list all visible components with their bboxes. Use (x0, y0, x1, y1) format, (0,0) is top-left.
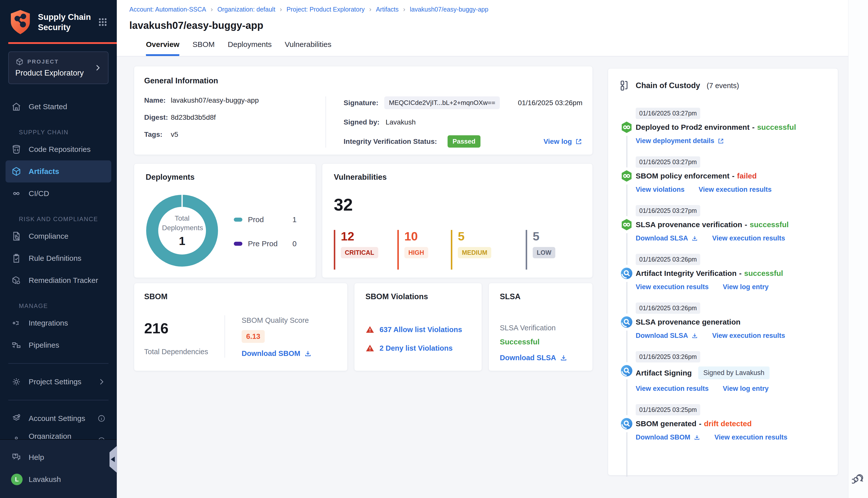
slsa-verification-label: SLSA Verification (500, 324, 581, 332)
view-execution-results-link[interactable]: View execution results (712, 332, 785, 340)
sidebar-item-cicd[interactable]: CI/CD (5, 183, 111, 205)
link-label: View log entry (723, 283, 769, 291)
sidebar-item-label: Get Started (29, 102, 67, 111)
sidebar-item-remediation-tracker[interactable]: Remediation Tracker (5, 269, 111, 291)
breadcrumb-account[interactable]: Account: Automation-SSCA (129, 6, 206, 13)
breadcrumb-project[interactable]: Project: Product Exploratory (287, 6, 365, 13)
sidebar-item-compliance[interactable]: Compliance (5, 225, 111, 247)
info-icon[interactable] (97, 414, 106, 423)
event-status: successful (744, 269, 783, 278)
breadcrumb-current[interactable]: lavakush07/easy-buggy-app (410, 6, 489, 13)
sidebar-item-project-settings[interactable]: Project Settings (5, 371, 111, 393)
deployments-legend: Prod 1 Pre Prod 0 (234, 215, 297, 248)
severity-count: 10 (404, 230, 441, 243)
collapse-arrow-icon (111, 457, 115, 462)
chevron-right-icon (93, 64, 102, 72)
download-slsa-link[interactable]: Download SLSA (636, 332, 698, 340)
project-selector[interactable]: PROJECT Product Exploratory (8, 51, 108, 84)
allow-list-violations-link[interactable]: 637 Allow list Violations (365, 325, 471, 334)
warning-triangle-icon (365, 325, 375, 334)
view-deployment-details-link[interactable]: View deployment details (636, 137, 724, 145)
custody-event: 01/16/2025 03:27pm SBOM policy enforceme… (618, 156, 828, 194)
breadcrumb-artifacts[interactable]: Artifacts (376, 6, 399, 13)
view-execution-results-link[interactable]: View execution results (714, 433, 788, 441)
sidebar-item-rule-definitions[interactable]: Rule Definitions (5, 247, 111, 269)
sidebar-item-integrations[interactable]: Integrations (5, 312, 111, 334)
sidebar-item-get-started[interactable]: Get Started (5, 96, 111, 118)
digest-label: Digest: (144, 114, 171, 121)
download-sbom-link[interactable]: Download SBOM (636, 433, 700, 441)
signature-label: Signature: (344, 99, 378, 107)
scan-magnifier-icon (618, 351, 636, 393)
severity-count: 5 (533, 230, 566, 243)
view-execution-results-link[interactable]: View execution results (636, 385, 709, 393)
sidebar-item-pipelines[interactable]: Pipelines (5, 334, 111, 356)
view-execution-results-link[interactable]: View execution results (699, 186, 772, 194)
download-slsa-link[interactable]: Download SLSA (500, 354, 581, 362)
sidebar-item-label: Project Settings (29, 378, 81, 386)
event-timestamp: 01/16/2025 03:27pm (636, 205, 700, 217)
sidebar-item-label: Artifacts (29, 167, 59, 176)
view-log-link[interactable]: View log (544, 137, 582, 146)
vulnerabilities-card: Vulnerabilities 32 12 CRITICAL 10 HIGH (322, 163, 593, 278)
page-header: Account: Automation-SSCA › Organization:… (117, 0, 868, 56)
download-sbom-link[interactable]: Download SBOM (242, 350, 312, 358)
severity-medium: 5 MEDIUM (451, 230, 516, 270)
tab-vulnerabilities[interactable]: Vulnerabilities (285, 40, 332, 56)
view-execution-results-link[interactable]: View execution results (636, 283, 709, 291)
sidebar-item-artifacts[interactable]: Artifacts (5, 160, 111, 183)
view-violations-link[interactable]: View violations (636, 186, 685, 194)
sidebar-item-code-repositories[interactable]: Code Repositories (5, 138, 111, 160)
view-log-entry-link[interactable]: View log entry (723, 385, 769, 393)
donut-center-label: Total Deployments (162, 214, 202, 233)
general-information-card: General Information Name: lavakush07/eas… (134, 66, 593, 155)
deny-list-violations-link[interactable]: 2 Deny list Violations (365, 344, 471, 352)
chain-of-custody-icon (618, 80, 630, 92)
module-grid-icon[interactable] (97, 16, 108, 28)
sidebar-item-label: CI/CD (29, 189, 49, 198)
view-execution-results-link[interactable]: View execution results (712, 234, 785, 242)
sidebar-item-account-settings[interactable]: Account Settings (5, 407, 111, 430)
user-name: Lavakush (29, 475, 61, 484)
sidebar-item-help[interactable]: Help (5, 446, 111, 468)
card-title: General Information (144, 76, 582, 86)
integrity-label: Integrity Verification Status: (344, 137, 437, 146)
download-sbom-label: Download SBOM (242, 350, 300, 358)
event-status: failed (737, 172, 756, 180)
link-label: View execution results (636, 385, 709, 393)
cd-pipeline-icon (618, 205, 636, 242)
tab-sbom[interactable]: SBOM (192, 40, 215, 56)
custody-events-list: 01/16/2025 03:27pm Deployed to Prod2 env… (618, 108, 828, 441)
sidebar-item-label: Rule Definitions (29, 254, 81, 263)
view-log-entry-link[interactable]: View log entry (723, 283, 769, 291)
overview-left-column: General Information Name: lavakush07/eas… (134, 66, 593, 475)
dash: - (699, 419, 701, 428)
project-cube-icon (15, 57, 24, 66)
scan-magnifier-icon (618, 302, 636, 340)
tab-deployments[interactable]: Deployments (228, 40, 272, 56)
severity-row: 12 CRITICAL 10 HIGH 5 MEDIUM (334, 230, 581, 270)
signed-by-chip: Signed by Lavakush (698, 366, 769, 379)
dash: - (732, 172, 734, 180)
event-title: Deployed to Prod2 environment (636, 123, 750, 132)
sidebar-item-user[interactable]: L Lavakush (5, 468, 111, 490)
event-title: SLSA provenance verification (636, 220, 742, 229)
severity-count: 12 (341, 230, 388, 243)
deployments-donut-chart: Total Deployments 1 (146, 195, 218, 266)
event-status: successful (750, 220, 789, 229)
download-slsa-link[interactable]: Download SLSA (636, 234, 698, 242)
custody-event: 01/16/2025 03:26pm SLSA provenance gener… (618, 302, 828, 340)
breadcrumb: Account: Automation-SSCA › Organization:… (129, 5, 868, 13)
name-row: Name: lavakush07/easy-buggy-app (144, 96, 325, 104)
link-label: Download SLSA (636, 332, 688, 340)
chain-of-custody-title: Chain of Custody (636, 81, 700, 90)
custody-event: 01/16/2025 03:26pm Artifact Integrity Ve… (618, 254, 828, 291)
tab-overview[interactable]: Overview (146, 40, 179, 56)
event-title: Artifact Integrity Verification (636, 269, 737, 278)
document-search-icon (11, 231, 22, 241)
prod-swatch (234, 218, 242, 222)
feedback-chat-icon[interactable] (852, 472, 865, 485)
breadcrumb-organization[interactable]: Organization: default (217, 6, 275, 13)
nav-section-risk: RISK AND COMPLIANCE (19, 215, 117, 223)
signed-by-value: Lavakush (386, 118, 416, 126)
